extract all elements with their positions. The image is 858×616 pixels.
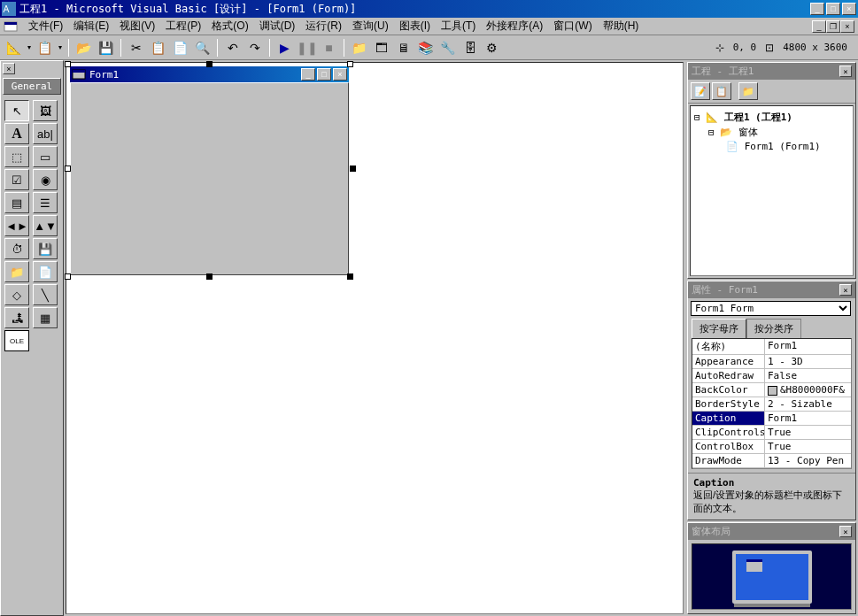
property-row[interactable]: CaptionForm1 <box>692 412 851 426</box>
open-button[interactable]: 📂 <box>73 38 94 58</box>
mdi-minimize-button[interactable]: _ <box>812 20 826 33</box>
component-button[interactable]: ⚙ <box>482 38 502 58</box>
form-designer[interactable]: Form1 _ □ × <box>66 62 684 614</box>
properties-grid[interactable]: (名称)Form1Appearance1 - 3DAutoRedrawFalse… <box>692 338 852 469</box>
minimize-button[interactable]: _ <box>810 3 824 15</box>
resize-handle[interactable] <box>65 61 71 67</box>
tool-timer[interactable]: ⏱ <box>4 238 29 259</box>
tool-drivelist[interactable]: 💾 <box>33 238 58 259</box>
resize-handle[interactable] <box>206 273 213 280</box>
paste-button[interactable]: 📄 <box>170 38 190 58</box>
pause-button[interactable]: ❚❚ <box>297 38 317 58</box>
menu-3[interactable]: 工程(P) <box>160 17 206 35</box>
property-row[interactable]: Appearance1 - 3D <box>692 355 851 369</box>
form-titlebar[interactable]: Form1 _ □ × <box>70 66 349 82</box>
tool-textbox[interactable]: ab| <box>33 123 58 144</box>
find-button[interactable]: 🔍 <box>192 38 213 58</box>
form-maximize-button[interactable]: □ <box>317 68 331 81</box>
tree-project-root[interactable]: ⊟ 📐 工程1 (工程1) <box>694 110 849 125</box>
run-button[interactable]: ▶ <box>274 38 295 58</box>
project-close-button[interactable]: × <box>839 65 852 77</box>
menu-0[interactable]: 文件(F) <box>23 17 68 35</box>
layout-preview[interactable] <box>692 543 852 610</box>
tool-listbox[interactable]: ☰ <box>33 192 58 213</box>
menu-9[interactable]: 工具(T) <box>436 17 481 35</box>
tree-item-form1[interactable]: 📄 Form1 (Form1) <box>694 140 849 153</box>
menu-12[interactable]: 帮助(H) <box>598 17 645 35</box>
tool-image[interactable]: 🏞 <box>4 307 29 328</box>
property-row[interactable]: DrawMode13 - Copy Pen <box>692 454 851 468</box>
tool-vscroll[interactable]: ▲▼ <box>33 215 58 236</box>
maximize-button[interactable]: □ <box>826 3 840 15</box>
toolbox-button[interactable]: 🔧 <box>437 38 458 58</box>
tool-filelist[interactable]: 📄 <box>33 261 58 282</box>
tree-folder-forms[interactable]: ⊟ 📂 窗体 <box>694 125 849 140</box>
project-explorer-button[interactable]: 📁 <box>349 38 369 58</box>
menu-8[interactable]: 图表(I) <box>394 17 436 35</box>
tool-frame[interactable]: ⬚ <box>4 146 29 167</box>
menu-7[interactable]: 查询(U) <box>347 17 394 35</box>
property-row[interactable]: AutoRedrawFalse <box>692 369 851 383</box>
save-button[interactable]: 💾 <box>96 38 116 58</box>
stop-button[interactable]: ■ <box>319 38 339 58</box>
mdi-close-button[interactable]: × <box>840 20 854 33</box>
menu-6[interactable]: 运行(R) <box>300 17 347 35</box>
object-selector[interactable]: Form1 Form <box>691 301 851 316</box>
tool-checkbox[interactable]: ☑ <box>4 169 29 190</box>
property-row[interactable]: BorderStyle2 - Sizable <box>692 397 851 412</box>
property-row[interactable]: ControlBoxTrue <box>692 440 851 454</box>
menu-5[interactable]: 调试(D) <box>254 17 301 35</box>
redo-button[interactable]: ↷ <box>244 38 265 58</box>
menu-4[interactable]: 格式(O) <box>206 17 253 35</box>
toggle-folders-button[interactable]: 📁 <box>738 82 758 100</box>
copy-button[interactable]: 📋 <box>148 38 168 58</box>
layout-close-button[interactable]: × <box>839 526 852 537</box>
menu-11[interactable]: 窗口(W) <box>548 17 597 35</box>
close-button[interactable]: × <box>842 3 856 15</box>
view-object-button[interactable]: 📋 <box>712 82 731 100</box>
form-body[interactable] <box>70 82 349 275</box>
undo-button[interactable]: ↶ <box>222 38 243 58</box>
resize-handle[interactable] <box>350 166 356 172</box>
tool-pointer[interactable]: ↖ <box>4 100 29 121</box>
tool-dirlist[interactable]: 📁 <box>4 261 29 282</box>
resize-handle[interactable] <box>347 61 353 67</box>
tool-radio[interactable]: ◉ <box>33 169 58 190</box>
property-row[interactable]: BackColor&H8000000F& <box>692 383 851 397</box>
property-row[interactable]: ClipControlsTrue <box>692 426 851 440</box>
tab-categorized[interactable]: 按分类序 <box>746 319 801 338</box>
tool-label[interactable]: A <box>4 123 29 144</box>
mdi-restore-button[interactable]: ❐ <box>826 20 840 33</box>
add-form-button[interactable]: 📋 <box>35 38 55 58</box>
menu-10[interactable]: 外接程序(A) <box>481 17 548 35</box>
form-layout-button[interactable]: 🖥 <box>393 38 414 58</box>
resize-handle[interactable] <box>65 273 71 280</box>
tab-alphabetic[interactable]: 按字母序 <box>692 319 746 338</box>
properties-close-button[interactable]: × <box>839 284 852 296</box>
properties-button[interactable]: 🗔 <box>371 38 391 58</box>
view-code-button[interactable]: 📝 <box>691 82 710 100</box>
dataview-button[interactable]: 🗄 <box>460 38 480 58</box>
mini-form[interactable] <box>746 559 762 572</box>
resize-handle[interactable] <box>206 61 213 67</box>
tool-shape[interactable]: ◇ <box>4 284 29 305</box>
tool-combobox[interactable]: ▤ <box>4 192 29 213</box>
tool-data[interactable]: ▦ <box>33 307 58 328</box>
object-browser-button[interactable]: 📚 <box>415 38 436 58</box>
tool-picturebox[interactable]: 🖼 <box>33 100 58 121</box>
tool-ole[interactable]: OLE <box>4 330 29 351</box>
resize-handle[interactable] <box>347 273 353 280</box>
mdi-icon[interactable] <box>4 19 18 34</box>
form-window[interactable]: Form1 _ □ × <box>70 66 349 275</box>
tool-hscroll[interactable]: ◄► <box>4 215 29 236</box>
form-close-button[interactable]: × <box>333 68 347 81</box>
add-project-button[interactable]: 📐 <box>4 38 24 58</box>
cut-button[interactable]: ✂ <box>126 38 146 58</box>
add-form-dropdown[interactable]: ▾ <box>57 38 64 58</box>
menu-2[interactable]: 视图(V) <box>114 17 160 35</box>
project-tree[interactable]: ⊟ 📐 工程1 (工程1) ⊟ 📂 窗体 📄 Form1 (Form1) <box>690 105 854 276</box>
resize-handle[interactable] <box>65 166 71 172</box>
menu-1[interactable]: 编辑(E) <box>68 17 114 35</box>
property-row[interactable]: DrawStyle0 - Solid <box>692 468 851 469</box>
add-project-dropdown[interactable]: ▾ <box>26 38 33 58</box>
